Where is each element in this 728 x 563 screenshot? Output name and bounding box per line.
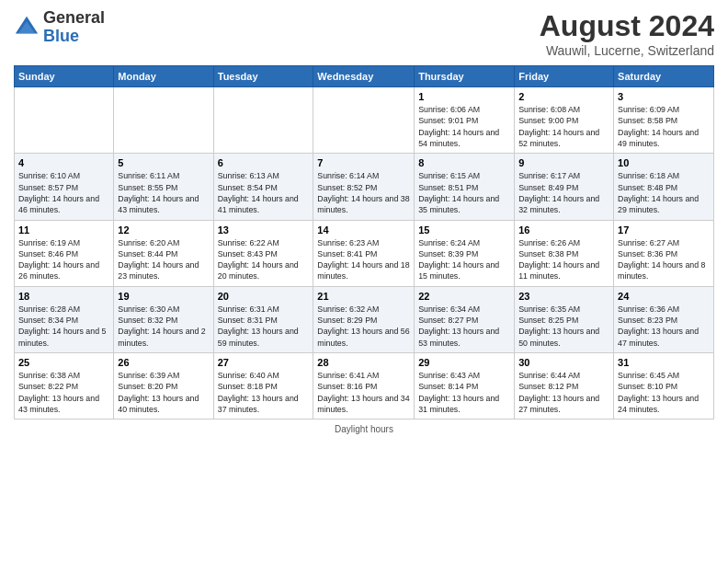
sunset-text: Sunset: 8:31 PM: [218, 316, 278, 325]
sunrise-text: Sunrise: 6:09 AM: [618, 105, 679, 114]
daylight-text: Daylight: 13 hours and 47 minutes.: [618, 327, 699, 347]
calendar-day: 4 Sunrise: 6:10 AM Sunset: 8:57 PM Dayli…: [15, 154, 114, 220]
sunset-text: Sunset: 8:22 PM: [18, 382, 78, 391]
day-info: Sunrise: 6:23 AM Sunset: 8:41 PM Dayligh…: [317, 237, 410, 282]
day-number: 8: [418, 157, 510, 168]
logo: General Blue: [14, 9, 105, 46]
calendar-day: 13 Sunrise: 6:22 AM Sunset: 8:43 PM Dayl…: [213, 220, 313, 286]
daylight-text: Daylight: 13 hours and 53 minutes.: [418, 327, 499, 347]
calendar-day: 27 Sunrise: 6:40 AM Sunset: 8:18 PM Dayl…: [213, 353, 313, 419]
day-number: 3: [618, 91, 710, 102]
calendar-day: 17 Sunrise: 6:27 AM Sunset: 8:36 PM Dayl…: [614, 220, 714, 286]
header-row: Sunday Monday Tuesday Wednesday Thursday…: [15, 66, 714, 87]
sunset-text: Sunset: 8:41 PM: [317, 249, 377, 259]
day-number: 4: [18, 157, 109, 168]
day-info: Sunrise: 6:32 AM Sunset: 8:29 PM Dayligh…: [317, 304, 410, 349]
calendar-day: 28 Sunrise: 6:41 AM Sunset: 8:16 PM Dayl…: [313, 353, 415, 419]
calendar-day: 16 Sunrise: 6:26 AM Sunset: 8:38 PM Dayl…: [515, 220, 614, 286]
main-title: August 2024: [540, 9, 714, 43]
day-info: Sunrise: 6:41 AM Sunset: 8:16 PM Dayligh…: [317, 370, 410, 415]
day-info: Sunrise: 6:43 AM Sunset: 8:14 PM Dayligh…: [418, 370, 510, 415]
day-number: 17: [618, 224, 710, 236]
sunset-text: Sunset: 8:34 PM: [18, 316, 78, 325]
day-info: Sunrise: 6:15 AM Sunset: 8:51 PM Dayligh…: [418, 170, 510, 215]
day-info: Sunrise: 6:26 AM Sunset: 8:38 PM Dayligh…: [518, 237, 609, 282]
sunrise-text: Sunrise: 6:10 AM: [18, 171, 80, 180]
calendar-day: 11 Sunrise: 6:19 AM Sunset: 8:46 PM Dayl…: [15, 220, 114, 286]
sunrise-text: Sunrise: 6:41 AM: [317, 371, 379, 380]
day-number: 19: [118, 291, 209, 302]
calendar-day: 3 Sunrise: 6:09 AM Sunset: 8:58 PM Dayli…: [614, 87, 714, 154]
col-saturday: Saturday: [614, 66, 714, 87]
daylight-text: Daylight: 14 hours and 8 minutes.: [618, 260, 705, 281]
day-number: 23: [518, 291, 609, 302]
daylight-text: Daylight: 14 hours and 26 minutes.: [18, 260, 99, 281]
day-info: Sunrise: 6:28 AM Sunset: 8:34 PM Dayligh…: [18, 304, 109, 349]
day-info: Sunrise: 6:31 AM Sunset: 8:31 PM Dayligh…: [218, 304, 310, 349]
footer-note: Daylight hours: [14, 424, 714, 434]
sunrise-text: Sunrise: 6:17 AM: [518, 171, 580, 180]
calendar-day: 29 Sunrise: 6:43 AM Sunset: 8:14 PM Dayl…: [415, 353, 515, 419]
daylight-text: Daylight: 14 hours and 29 minutes.: [618, 194, 699, 214]
sunset-text: Sunset: 8:38 PM: [518, 249, 578, 259]
calendar-week-3: 11 Sunrise: 6:19 AM Sunset: 8:46 PM Dayl…: [15, 220, 714, 286]
daylight-text: Daylight: 14 hours and 46 minutes.: [18, 194, 99, 214]
calendar-day: 1 Sunrise: 6:06 AM Sunset: 9:01 PM Dayli…: [415, 87, 515, 154]
day-info: Sunrise: 6:20 AM Sunset: 8:44 PM Dayligh…: [118, 237, 209, 282]
col-monday: Monday: [114, 66, 213, 87]
daylight-text: Daylight: 14 hours and 43 minutes.: [118, 194, 199, 214]
sunset-text: Sunset: 8:46 PM: [18, 249, 78, 259]
logo-icon: [14, 15, 40, 40]
header: General Blue August 2024 Wauwil, Lucerne…: [14, 9, 714, 58]
daylight-text: Daylight: 14 hours and 35 minutes.: [418, 194, 499, 214]
day-info: Sunrise: 6:39 AM Sunset: 8:20 PM Dayligh…: [118, 370, 209, 415]
day-number: 30: [518, 357, 609, 368]
daylight-text: Daylight: 14 hours and 11 minutes.: [518, 260, 599, 281]
calendar-header: Sunday Monday Tuesday Wednesday Thursday…: [15, 66, 714, 87]
day-info: Sunrise: 6:44 AM Sunset: 8:12 PM Dayligh…: [518, 370, 609, 415]
sunset-text: Sunset: 8:48 PM: [618, 183, 677, 192]
daylight-text: Daylight: 13 hours and 24 minutes.: [618, 394, 699, 414]
page-container: General Blue August 2024 Wauwil, Lucerne…: [0, 0, 728, 443]
sunset-text: Sunset: 8:23 PM: [618, 316, 677, 325]
calendar-day: 5 Sunrise: 6:11 AM Sunset: 8:55 PM Dayli…: [114, 154, 213, 220]
day-info: Sunrise: 6:08 AM Sunset: 9:00 PM Dayligh…: [518, 104, 609, 149]
daylight-text: Daylight: 13 hours and 50 minutes.: [518, 327, 599, 347]
day-number: 31: [618, 357, 710, 368]
day-number: 21: [317, 291, 410, 302]
sunset-text: Sunset: 8:51 PM: [418, 183, 478, 192]
sunrise-text: Sunrise: 6:44 AM: [518, 371, 580, 380]
calendar-week-2: 4 Sunrise: 6:10 AM Sunset: 8:57 PM Dayli…: [15, 154, 714, 220]
daylight-text: Daylight: 14 hours and 23 minutes.: [118, 260, 199, 281]
day-info: Sunrise: 6:27 AM Sunset: 8:36 PM Dayligh…: [618, 237, 710, 282]
daylight-text: Daylight: 13 hours and 27 minutes.: [518, 394, 599, 414]
col-tuesday: Tuesday: [213, 66, 313, 87]
calendar-day: 14 Sunrise: 6:23 AM Sunset: 8:41 PM Dayl…: [313, 220, 415, 286]
sunset-text: Sunset: 8:44 PM: [118, 249, 177, 259]
day-number: 7: [317, 157, 410, 168]
sunrise-text: Sunrise: 6:45 AM: [618, 371, 679, 380]
daylight-text: Daylight: 14 hours and 49 minutes.: [618, 128, 699, 148]
sunset-text: Sunset: 8:16 PM: [317, 382, 377, 391]
sunrise-text: Sunrise: 6:22 AM: [218, 238, 279, 247]
day-info: Sunrise: 6:40 AM Sunset: 8:18 PM Dayligh…: [218, 370, 310, 415]
day-number: 13: [218, 224, 310, 236]
sunset-text: Sunset: 8:49 PM: [518, 183, 578, 192]
sunrise-text: Sunrise: 6:43 AM: [418, 371, 480, 380]
day-number: 22: [418, 291, 510, 302]
calendar-day: [313, 87, 415, 154]
day-number: 1: [418, 91, 510, 102]
sunset-text: Sunset: 9:01 PM: [418, 116, 478, 125]
day-number: 10: [618, 157, 710, 168]
sunrise-text: Sunrise: 6:28 AM: [18, 304, 80, 314]
sunset-text: Sunset: 8:27 PM: [418, 316, 478, 325]
day-info: Sunrise: 6:11 AM Sunset: 8:55 PM Dayligh…: [118, 170, 209, 215]
calendar-day: 26 Sunrise: 6:39 AM Sunset: 8:20 PM Dayl…: [114, 353, 213, 419]
daylight-text: Daylight: 13 hours and 37 minutes.: [218, 394, 299, 414]
sunset-text: Sunset: 8:58 PM: [618, 116, 677, 125]
day-number: 26: [118, 357, 209, 368]
calendar-day: 22 Sunrise: 6:34 AM Sunset: 8:27 PM Dayl…: [415, 286, 515, 352]
sunrise-text: Sunrise: 6:31 AM: [218, 304, 279, 314]
sunset-text: Sunset: 8:25 PM: [518, 316, 578, 325]
logo-general-text: General: [43, 8, 105, 27]
